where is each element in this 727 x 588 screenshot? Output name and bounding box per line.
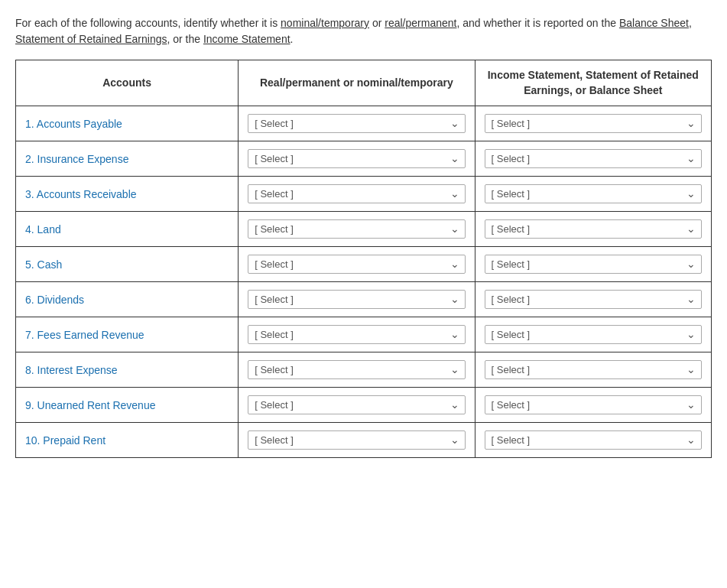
table-row: 8. Interest Expense[ Select ]Real/perman… [16, 352, 712, 388]
classification-cell[interactable]: [ Select ]Real/permanentNominal/temporar… [239, 423, 475, 458]
table-row: 5. Cash[ Select ]Real/permanentNominal/t… [16, 247, 712, 282]
classification-cell[interactable]: [ Select ]Real/permanentNominal/temporar… [239, 212, 475, 247]
statement-select[interactable]: [ Select ]Balance SheetStatement of Reta… [485, 114, 702, 133]
statement-select[interactable]: [ Select ]Balance SheetStatement of Reta… [485, 290, 702, 309]
classification-select[interactable]: [ Select ]Real/permanentNominal/temporar… [248, 219, 465, 239]
table-row: 6. Dividends[ Select ]Real/permanentNomi… [16, 282, 712, 317]
account-name: 9. Unearned Rent Revenue [16, 388, 239, 423]
accounts-table: Accounts Real/permanent or nominal/tempo… [15, 60, 712, 458]
table-row: 3. Accounts Receivable[ Select ]Real/per… [16, 177, 712, 212]
classification-cell[interactable]: [ Select ]Real/permanentNominal/temporar… [239, 388, 475, 423]
classification-select[interactable]: [ Select ]Real/permanentNominal/temporar… [248, 395, 465, 414]
statement-select[interactable]: [ Select ]Balance SheetStatement of Reta… [485, 219, 702, 239]
classification-select[interactable]: [ Select ]Real/permanentNominal/temporar… [248, 114, 465, 133]
classification-select[interactable]: [ Select ]Real/permanentNominal/temporar… [248, 290, 465, 309]
classification-cell[interactable]: [ Select ]Real/permanentNominal/temporar… [239, 141, 475, 177]
statement-select[interactable]: [ Select ]Balance SheetStatement of Reta… [485, 395, 702, 414]
statement-cell[interactable]: [ Select ]Balance SheetStatement of Reta… [475, 388, 711, 423]
statement-select[interactable]: [ Select ]Balance SheetStatement of Reta… [485, 255, 702, 274]
account-name: 4. Land [16, 212, 239, 247]
statement-select[interactable]: [ Select ]Balance SheetStatement of Reta… [485, 149, 702, 168]
account-name: 6. Dividends [16, 282, 239, 317]
classification-select[interactable]: [ Select ]Real/permanentNominal/temporar… [248, 255, 465, 274]
statement-cell[interactable]: [ Select ]Balance SheetStatement of Reta… [475, 212, 711, 247]
account-name: 7. Fees Earned Revenue [16, 317, 239, 352]
account-name: 5. Cash [16, 247, 239, 282]
statement-select[interactable]: [ Select ]Balance SheetStatement of Reta… [485, 360, 702, 379]
classification-select[interactable]: [ Select ]Real/permanentNominal/temporar… [248, 360, 465, 379]
table-row: 4. Land[ Select ]Real/permanentNominal/t… [16, 212, 712, 247]
statement-select[interactable]: [ Select ]Balance SheetStatement of Reta… [485, 325, 702, 344]
account-name: 1. Accounts Payable [16, 106, 239, 141]
col-header-classification: Real/permanent or nominal/temporary [239, 60, 475, 106]
account-name: 3. Accounts Receivable [16, 177, 239, 212]
statement-select[interactable]: [ Select ]Balance SheetStatement of Reta… [485, 430, 702, 450]
classification-cell[interactable]: [ Select ]Real/permanentNominal/temporar… [239, 247, 475, 282]
classification-cell[interactable]: [ Select ]Real/permanentNominal/temporar… [239, 282, 475, 317]
classification-cell[interactable]: [ Select ]Real/permanentNominal/temporar… [239, 317, 475, 352]
table-row: 10. Prepaid Rent[ Select ]Real/permanent… [16, 423, 712, 458]
col-header-accounts: Accounts [16, 60, 239, 106]
col-header-statement: Income Statement, Statement of Retained … [475, 60, 711, 106]
statement-cell[interactable]: [ Select ]Balance SheetStatement of Reta… [475, 423, 711, 458]
instructions: For each of the following accounts, iden… [15, 15, 712, 47]
statement-cell[interactable]: [ Select ]Balance SheetStatement of Reta… [475, 177, 711, 212]
account-name: 10. Prepaid Rent [16, 423, 239, 458]
statement-cell[interactable]: [ Select ]Balance SheetStatement of Reta… [475, 352, 711, 388]
classification-cell[interactable]: [ Select ]Real/permanentNominal/temporar… [239, 352, 475, 388]
table-row: 1. Accounts Payable[ Select ]Real/perman… [16, 106, 712, 141]
classification-select[interactable]: [ Select ]Real/permanentNominal/temporar… [248, 149, 465, 168]
classification-select[interactable]: [ Select ]Real/permanentNominal/temporar… [248, 430, 465, 450]
classification-cell[interactable]: [ Select ]Real/permanentNominal/temporar… [239, 177, 475, 212]
statement-cell[interactable]: [ Select ]Balance SheetStatement of Reta… [475, 247, 711, 282]
classification-select[interactable]: [ Select ]Real/permanentNominal/temporar… [248, 184, 465, 203]
statement-cell[interactable]: [ Select ]Balance SheetStatement of Reta… [475, 282, 711, 317]
account-name: 2. Insurance Expense [16, 141, 239, 177]
table-row: 9. Unearned Rent Revenue[ Select ]Real/p… [16, 388, 712, 423]
table-row: 7. Fees Earned Revenue[ Select ]Real/per… [16, 317, 712, 352]
statement-cell[interactable]: [ Select ]Balance SheetStatement of Reta… [475, 141, 711, 177]
statement-select[interactable]: [ Select ]Balance SheetStatement of Reta… [485, 184, 702, 203]
statement-cell[interactable]: [ Select ]Balance SheetStatement of Reta… [475, 317, 711, 352]
statement-cell[interactable]: [ Select ]Balance SheetStatement of Reta… [475, 106, 711, 141]
classification-cell[interactable]: [ Select ]Real/permanentNominal/temporar… [239, 106, 475, 141]
table-row: 2. Insurance Expense[ Select ]Real/perma… [16, 141, 712, 177]
account-name: 8. Interest Expense [16, 352, 239, 388]
classification-select[interactable]: [ Select ]Real/permanentNominal/temporar… [248, 325, 465, 344]
